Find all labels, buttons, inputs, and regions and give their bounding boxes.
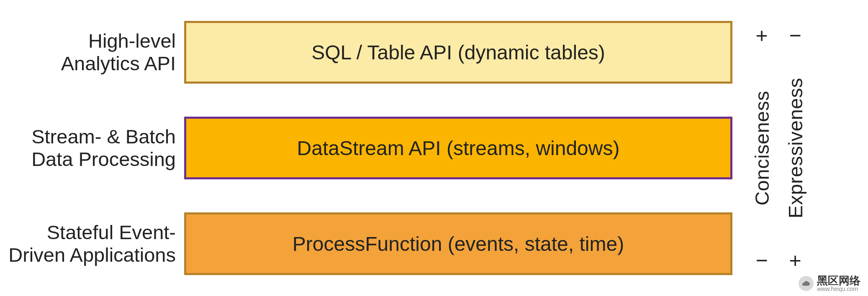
label-line: Analytics API <box>0 52 176 75</box>
label-line: Driven Applications <box>0 244 176 266</box>
axis-label-expressiveness: Expressiveness <box>784 78 807 218</box>
label-high-level-analytics: High-level Analytics API <box>0 21 176 84</box>
axis-label-conciseness: Conciseness <box>750 91 773 206</box>
axis-expressiveness: − Expressiveness + <box>778 13 812 283</box>
label-stateful-event-driven: Stateful Event- Driven Applications <box>0 212 176 275</box>
minus-icon: − <box>755 250 768 271</box>
cloud-icon <box>801 279 811 288</box>
api-layers-column: SQL / Table API (dynamic tables) DataStr… <box>184 13 732 283</box>
label-line: Stream- & Batch <box>0 125 176 148</box>
row-labels-column: High-level Analytics API Stream- & Batch… <box>0 13 184 283</box>
plus-icon: + <box>755 25 768 46</box>
layer-sql-table-api: SQL / Table API (dynamic tables) <box>184 21 732 84</box>
layer-label: ProcessFunction (events, state, time) <box>293 232 624 255</box>
watermark: 黑区网络 www.heiqu.com <box>799 275 860 292</box>
watermark-text: 黑区网络 www.heiqu.com <box>817 275 860 292</box>
layer-processfunction: ProcessFunction (events, state, time) <box>184 212 732 275</box>
watermark-sub: www.heiqu.com <box>817 286 860 292</box>
layer-label: DataStream API (streams, windows) <box>297 137 620 160</box>
label-line: Data Processing <box>0 148 176 171</box>
minus-icon: − <box>789 25 801 46</box>
layer-datastream-api: DataStream API (streams, windows) <box>184 117 732 179</box>
label-line: Stateful Event- <box>0 221 176 244</box>
plus-icon: + <box>789 250 801 271</box>
axes-column: + Conciseness − − Expressiveness + <box>732 13 841 283</box>
diagram-container: High-level Analytics API Stream- & Batch… <box>0 0 868 296</box>
watermark-logo-icon <box>799 276 814 291</box>
label-stream-batch: Stream- & Batch Data Processing <box>0 117 176 179</box>
layer-label: SQL / Table API (dynamic tables) <box>311 41 605 64</box>
axis-conciseness: + Conciseness − <box>745 13 778 283</box>
label-line: High-level <box>0 30 176 52</box>
watermark-main: 黑区网络 <box>817 275 860 286</box>
